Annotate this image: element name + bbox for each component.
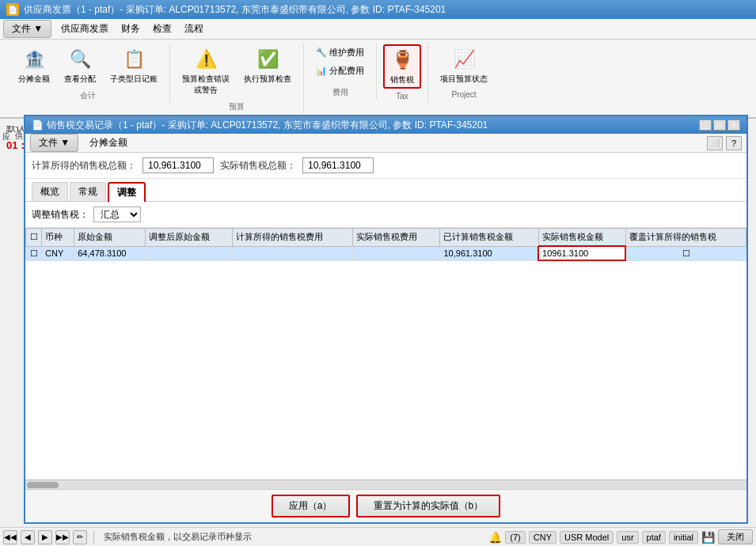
menu-vendor-invoice[interactable]: 供应商发票 [55, 20, 115, 38]
split-amount-icon: 🏦 [21, 47, 47, 72]
allocate-fee-btn[interactable]: 📊 分配费用 [310, 63, 370, 79]
row-original-amount: 64,478.3100 [74, 246, 146, 260]
badge-usr: usr [617, 531, 638, 544]
dialog-close-btn[interactable]: × [728, 119, 740, 131]
ribbon-group-label-accounting: 会计 [80, 87, 96, 101]
col-header-computed-amount: 已计算销售税金额 [440, 229, 538, 247]
table-row: ☐ CNY 64,478.3100 10,961.3100 10961.3100… [26, 246, 747, 260]
reset-btn[interactable]: 重置为计算的实际值（b） [356, 495, 501, 518]
nav-first-btn[interactable]: ◀◀ [3, 530, 17, 544]
adjust-label: 调整销售税： [32, 208, 89, 222]
row-computed-tax-amount: 10,961.3100 [440, 246, 538, 260]
execute-budget-btn[interactable]: ✅ 执行预算检查 [238, 44, 297, 87]
budget-check-icon: ⚠️ [193, 47, 218, 72]
adjust-select[interactable]: 汇总明细 [93, 207, 141, 222]
ribbon-group-budget: ⚠️ 预算检查错误或警告 ✅ 执行预算检查 预算 [170, 43, 304, 114]
ribbon-group-accounting: 🏦 分摊金额 🔍 查看分配 📋 子类型日记账 会计 [6, 43, 170, 103]
budget-check-btn[interactable]: ⚠️ 预算检查错误或警告 [177, 44, 235, 98]
dialog-menu-split[interactable]: 分摊金额 [85, 135, 132, 151]
badge-usr-model: USR Model [560, 531, 614, 544]
save-icon[interactable]: 💾 [701, 531, 715, 544]
split-amount-btn[interactable]: 🏦 分摊金额 [13, 44, 55, 87]
inner-dialog-menu: 文件 ▼ 分摊金额 ⬜ ? [25, 134, 747, 153]
col-header-override: 覆盖计算所得的销售税 [625, 229, 746, 247]
ribbon-group-project: 📈 项目预算状态 Project [428, 43, 500, 100]
allocate-fee-icon: 📊 [316, 66, 327, 76]
dialog-bottom: 应用（a） 重置为计算的实际值（b） [25, 489, 747, 522]
status-bar: ◀◀ ◀ ▶ ▶▶ ✏ 实际销售税金额，以交易记录币种显示 🔔 (7) CNY … [0, 527, 756, 546]
execute-budget-icon: ✅ [255, 47, 280, 72]
nav-prev-btn[interactable]: ◀ [21, 530, 35, 544]
ribbon-group-tax: 🏺 销售税 Tax [377, 43, 428, 102]
maintenance-fee-icon: 🔧 [316, 47, 327, 58]
dialog-toolbar-icon[interactable]: ⬜ [707, 136, 723, 150]
row-override[interactable]: ☐ [625, 246, 746, 260]
inner-dialog: 📄 销售税交易记录（1 - ptaf）- 采购订单: ALCP01713572,… [24, 115, 748, 524]
edit-btn[interactable]: ✏ [73, 530, 87, 544]
dialog-file-btn[interactable]: 文件 ▼ [30, 134, 78, 152]
window-title: 供应商发票（1 - ptaf）- 采购订单: ALCP01713572, 东莞市… [24, 3, 446, 17]
maintenance-fee-btn[interactable]: 🔧 维护费用 [310, 44, 370, 61]
category-journal-btn[interactable]: 📋 子类型日记账 [104, 44, 163, 87]
project-budget-icon: 📈 [451, 47, 477, 72]
app-icon: 📄 [6, 3, 19, 16]
alert-count: (7) [505, 531, 525, 544]
tab-overview[interactable]: 概览 [32, 182, 68, 201]
col-header-checkbox: ☐ [26, 229, 42, 247]
file-menu-btn[interactable]: 文件 ▼ [3, 20, 51, 38]
view-allocation-icon: 🔍 [67, 47, 93, 72]
computed-tax-value: 10,961.3100 [142, 157, 214, 173]
tab-normal[interactable]: 常规 [70, 182, 106, 201]
dialog-maximize-btn[interactable]: □ [713, 119, 726, 131]
ribbon-group-label-tax: Tax [396, 89, 408, 100]
menu-flow[interactable]: 流程 [178, 20, 210, 38]
col-header-actual-expense: 实际销售税费用 [353, 229, 440, 247]
tax-table-container: ☐ 币种 原始金额 调整后原始金额 计算所得的销售税费用 实际销售税费用 已计算… [25, 228, 747, 480]
ribbon-group-expense: 🔧 维护费用 📊 分配费用 费用 [304, 43, 377, 100]
menu-bar: 文件 ▼ 供应商发票 财务 检查 流程 [0, 19, 756, 40]
nav-next-btn[interactable]: ▶ [38, 530, 52, 544]
actual-tax-value: 10,961.3100 [302, 157, 374, 173]
tax-summary: 计算所得的销售税总额： 10,961.3100 实际销售税总额： 10,961.… [25, 153, 747, 179]
dialog-minimize-btn[interactable]: _ [699, 119, 712, 131]
col-header-adjusted: 调整后原始金额 [146, 229, 233, 247]
ribbon: 🏦 分摊金额 🔍 查看分配 📋 子类型日记账 会计 ⚠️ 预算检查错误或警 [0, 40, 756, 119]
horizontal-scrollbar[interactable] [25, 480, 747, 489]
view-allocation-btn[interactable]: 🔍 查看分配 [59, 44, 101, 87]
dialog-icon: 📄 [32, 119, 44, 131]
dialog-help-icon[interactable]: ? [726, 136, 742, 150]
row-adjusted-amount [146, 246, 233, 260]
status-close-btn[interactable]: 关闭 [718, 529, 753, 544]
status-message: 实际销售税金额，以交易记录币种显示 [104, 531, 482, 543]
tax-table: ☐ 币种 原始金额 调整后原始金额 计算所得的销售税费用 实际销售税费用 已计算… [25, 228, 747, 261]
sales-tax-btn[interactable]: 🏺 销售税 [383, 44, 421, 89]
bell-icon: 🔔 [488, 531, 502, 544]
row-computed-tax-expense [233, 246, 353, 260]
tab-adjust[interactable]: 调整 [108, 182, 146, 202]
scroll-thumb[interactable] [27, 482, 59, 488]
computed-tax-label: 计算所得的销售税总额： [32, 159, 136, 173]
project-budget-btn[interactable]: 📈 项目预算状态 [435, 44, 493, 87]
row-actual-tax-amount[interactable]: 10961.3100 [538, 246, 625, 260]
adjust-section: 调整销售税： 汇总明细 [25, 202, 747, 228]
inner-dialog-title: 📄 销售税交易记录（1 - ptaf）- 采购订单: ALCP01713572,… [25, 116, 747, 134]
dialog-title-text: 销售税交易记录（1 - ptaf）- 采购订单: ALCP01713572, 东… [47, 119, 488, 132]
dialog-tabs: 概览 常规 调整 [25, 179, 747, 202]
ribbon-group-label-expense: 费用 [332, 84, 348, 98]
row-checkbox[interactable]: ☐ [26, 246, 42, 260]
title-bar: 📄 供应商发票（1 - ptaf）- 采购订单: ALCP01713572, 东… [0, 0, 756, 19]
col-header-computed-expense: 计算所得的销售税费用 [233, 229, 353, 247]
menu-check[interactable]: 检查 [146, 20, 178, 38]
ribbon-group-label-budget: 预算 [229, 98, 245, 112]
col-header-original: 原始金额 [74, 229, 146, 247]
sales-tax-icon: 🏺 [389, 47, 415, 73]
badge-ptaf: ptaf [642, 531, 666, 544]
menu-finance[interactable]: 财务 [115, 20, 146, 38]
apply-btn[interactable]: 应用（a） [272, 495, 350, 518]
category-journal-icon: 📋 [121, 47, 146, 72]
actual-tax-label: 实际销售税总额： [220, 159, 296, 173]
badge-currency: CNY [529, 531, 557, 544]
badge-initial: initial [669, 531, 698, 544]
nav-last-btn[interactable]: ▶▶ [55, 530, 70, 544]
ribbon-group-label-project: Project [451, 87, 476, 99]
